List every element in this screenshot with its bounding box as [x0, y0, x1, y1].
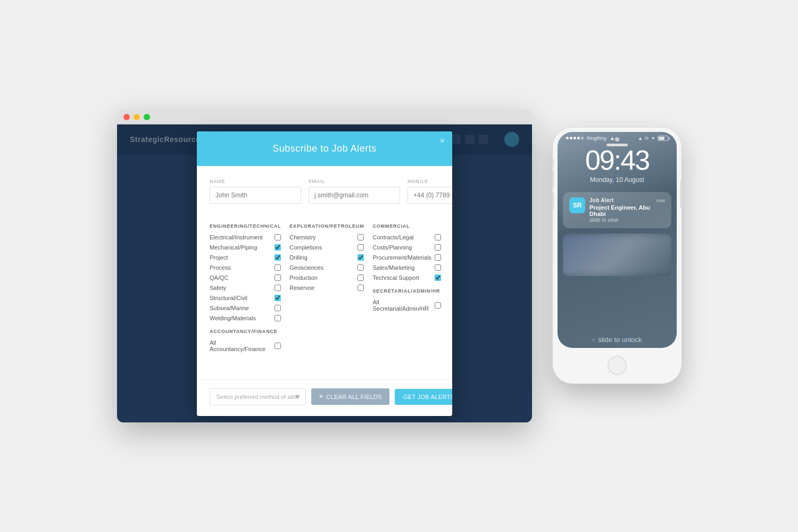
checkbox-procurement-label: Procurement/Materials: [372, 254, 431, 261]
checkbox-structural: Structural/Civil: [210, 295, 281, 301]
exploration-col: EXPLORATION/PETROLEUM Chemistry Completi…: [289, 223, 364, 356]
checkbox-safety-input[interactable]: [275, 285, 281, 291]
modal-title: Subscribe to Job Alerts: [210, 143, 439, 154]
clear-label: CLEAR ALL FIELDS: [326, 394, 382, 400]
slide-label: slide to unlock: [598, 336, 642, 344]
checkbox-structural-input[interactable]: [275, 295, 281, 301]
subscribe-modal: Subscribe to Job Alerts × NAME EM: [197, 131, 452, 416]
scene: StrategicResources HOME SERVICES CONTACT…: [117, 110, 681, 422]
checkbox-production-input[interactable]: [358, 275, 364, 281]
checkbox-electrical-input[interactable]: [275, 234, 281, 240]
checkbox-costs-input[interactable]: [435, 244, 441, 251]
checkbox-reservoir-input[interactable]: [358, 285, 364, 291]
phone-notification[interactable]: SR Job Alert now Project Engineer, Abu D…: [563, 192, 671, 228]
checkbox-technical-support-label: Technical Support: [372, 275, 431, 281]
checkbox-drilling-input[interactable]: [358, 254, 364, 261]
name-group: NAME: [210, 179, 301, 204]
laptop-device: StrategicResources HOME SERVICES CONTACT…: [117, 110, 532, 422]
checkbox-geosciences: Geosciences: [289, 264, 364, 271]
accountancy-section: ACCOUNTANCY/FINANCE All Accountancy/Fina…: [210, 329, 281, 352]
notif-image-area: [563, 234, 671, 276]
phone-clock: 09:43: [558, 146, 677, 174]
checkbox-all-secretarial-label: All Secretarial/Admin/HR: [372, 299, 431, 312]
checkbox-drilling: Drilling: [289, 254, 364, 261]
checkbox-structural-label: Structural/Civil: [210, 295, 271, 301]
checkbox-welding-input[interactable]: [275, 315, 281, 321]
engineering-col: ENGINEERING/TECHNICAL Electrical/Instrum…: [210, 223, 281, 356]
checkbox-sales: Sales/Marketing: [372, 264, 441, 271]
carrier-name: RingRing: [587, 136, 606, 141]
exploration-header: EXPLORATION/PETROLEUM: [289, 223, 364, 229]
name-input[interactable]: [210, 187, 301, 204]
phone-mute-button[interactable]: [553, 159, 554, 167]
checkbox-geosciences-input[interactable]: [358, 264, 364, 271]
engineering-header: ENGINEERING/TECHNICAL: [210, 223, 281, 229]
checkbox-subsea-label: Subsea/Marine: [210, 305, 271, 311]
alert-method-select[interactable]: Select preferred method of alert Email S…: [210, 388, 306, 405]
battery-bar: [658, 136, 668, 141]
checkbox-mechanical-input[interactable]: [275, 244, 281, 251]
checkbox-safety: Safety: [210, 285, 281, 291]
checkbox-sales-input[interactable]: [435, 264, 441, 271]
notif-app-icon: SR: [569, 197, 585, 213]
titlebar: [117, 110, 532, 124]
get-job-alerts-button[interactable]: GET JOB ALERTS ›: [395, 389, 452, 405]
rotation-icon: ⟳: [645, 136, 649, 141]
slide-to-unlock[interactable]: › slide to unlock: [558, 321, 677, 348]
phone-volume-down-button[interactable]: [553, 193, 554, 210]
checkbox-project: Project: [210, 254, 281, 261]
notif-app-name: Job Alert: [589, 197, 614, 203]
checkbox-subsea-input[interactable]: [275, 305, 281, 311]
slide-unlock-text: › slide to unlock: [592, 335, 642, 344]
checkbox-project-input[interactable]: [275, 254, 281, 261]
signal-dot-4: [577, 137, 580, 139]
signal-dot-5: [581, 137, 584, 139]
checkbox-qaqc: QA/QC: [210, 275, 281, 281]
checkbox-technical-support-input[interactable]: [435, 275, 441, 281]
checkbox-chemistry-input[interactable]: [358, 234, 364, 240]
checkbox-costs-label: Costs/Planning: [372, 244, 431, 251]
checkbox-all-accountancy-label: All Accountancy/Finance: [210, 339, 271, 352]
phone-power-button[interactable]: [680, 181, 681, 207]
wifi-icon: ▲: [610, 135, 615, 141]
signal-dot-3: [573, 137, 576, 139]
commercial-header: COMMERCIAL: [372, 223, 441, 229]
maximize-dot[interactable]: [144, 114, 150, 120]
phone-volume-up-button[interactable]: [553, 170, 554, 187]
checkbox-all-secretarial-input[interactable]: [435, 302, 441, 309]
close-dot[interactable]: [123, 114, 130, 120]
email-input[interactable]: [309, 187, 400, 204]
mobile-label: MOBILE: [408, 179, 452, 184]
mobile-input[interactable]: [408, 187, 452, 204]
checkbox-procurement-input[interactable]: [435, 254, 441, 261]
divider: [210, 214, 439, 215]
signal-bars: [566, 137, 584, 139]
secretarial-section: SECRETARIAL/ADMIN/HR All Secretarial/Adm…: [372, 288, 441, 312]
modal-close-button[interactable]: ×: [440, 137, 445, 145]
minimize-dot[interactable]: [134, 114, 140, 120]
checkbox-welding: Welding/Materials: [210, 315, 281, 321]
checkbox-contracts-input[interactable]: [435, 234, 441, 240]
email-group: EMAIL: [309, 179, 400, 204]
checkbox-geosciences-label: Geosciences: [289, 264, 354, 271]
checkbox-sales-label: Sales/Marketing: [372, 264, 431, 271]
checkbox-electrical: Electrical/Instrument: [210, 234, 281, 240]
phone-carrier: RingRing ▲: [566, 135, 615, 141]
home-button[interactable]: [608, 356, 627, 375]
checkbox-qaqc-input[interactable]: [275, 275, 281, 281]
notif-time: now: [656, 198, 665, 203]
checkbox-all-accountancy-input[interactable]: [275, 343, 281, 349]
status-right: ▲ ⟳ ✦: [638, 136, 668, 141]
clear-all-button[interactable]: ✕ CLEAR ALL FIELDS: [311, 388, 389, 405]
notif-title: Project Engineer, Abu Dhabi: [589, 204, 665, 217]
checkbox-procurement: Procurement/Materials: [372, 254, 441, 261]
checkbox-safety-label: Safety: [210, 285, 271, 291]
checkbox-completions-input[interactable]: [358, 244, 364, 251]
phone-date: Monday, 10 August: [558, 176, 677, 184]
modal-footer: Select preferred method of alert Email S…: [197, 379, 452, 416]
notif-slide: slide to view: [589, 217, 665, 223]
checkbox-process-input[interactable]: [275, 264, 281, 271]
name-label: NAME: [210, 179, 301, 184]
checkbox-process-label: Process: [210, 264, 271, 271]
phone-device: RingRing ▲ ▲ ⟳ ✦ 09:43: [553, 128, 681, 383]
